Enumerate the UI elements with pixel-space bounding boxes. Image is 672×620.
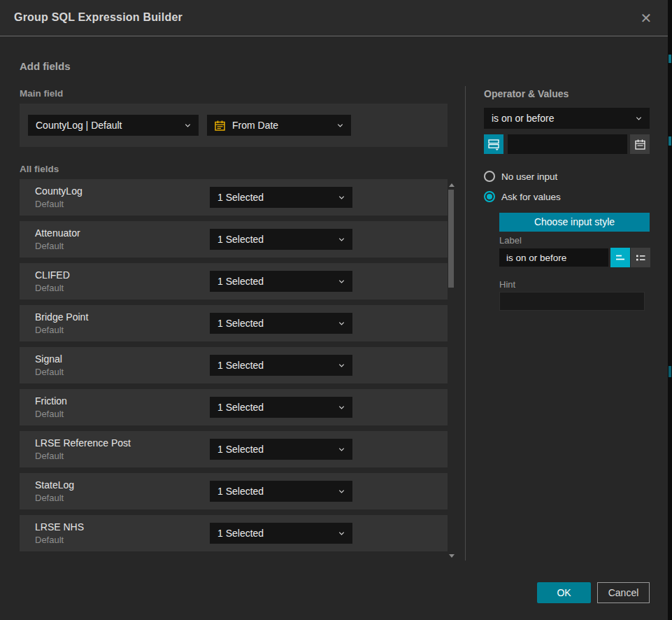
calendar-icon (214, 120, 226, 132)
field-subtitle: Default (35, 241, 64, 251)
scrollbar-up-arrow-icon[interactable] (449, 183, 455, 187)
background-accent-fragment (669, 55, 671, 63)
radio-circle (484, 171, 495, 182)
all-fields-label: All fields (20, 164, 59, 174)
field-name: LRSE NHS (35, 521, 84, 533)
field-subtitle: Default (35, 535, 64, 545)
field-subtitle: Default (35, 451, 64, 461)
field-values-dropdown[interactable]: 1 Selected (210, 271, 352, 292)
field-row: Friction Default 1 Selected (20, 389, 448, 425)
operator-select-value: is on or before (484, 113, 635, 124)
radio-ask-for-values[interactable]: Ask for values (484, 191, 561, 202)
field-name: CountyLog (35, 185, 83, 197)
radio-no-user-input[interactable]: No user input (484, 171, 557, 182)
input-style-list-button[interactable] (631, 248, 650, 267)
align-left-icon (614, 251, 627, 264)
label-field-label: Label (499, 235, 522, 246)
field-row: CountyLog Default 1 Selected (20, 179, 448, 216)
field-values-dropdown-value: 1 Selected (210, 360, 338, 371)
field-values-dropdown-value: 1 Selected (210, 276, 338, 287)
hint-input[interactable] (499, 292, 645, 311)
field-subtitle: Default (35, 325, 64, 335)
field-subtitle: Default (35, 199, 64, 209)
field-values-dropdown-value: 1 Selected (210, 192, 338, 203)
field-row: StateLog Default 1 Selected (20, 473, 448, 509)
operator-select[interactable]: is on or before (484, 108, 650, 129)
radio-circle (484, 191, 495, 202)
layer-select-value: CountyLog | Default (28, 120, 184, 131)
radio-label: No user input (501, 171, 557, 182)
field-subtitle: Default (35, 283, 64, 293)
chevron-down-icon (338, 194, 345, 202)
bulleted-list-icon (634, 251, 647, 264)
field-name: StateLog (35, 479, 74, 491)
field-name: Bridge Point (35, 311, 88, 323)
field-values-dropdown[interactable]: 1 Selected (210, 397, 352, 418)
input-style-text-button[interactable] (610, 248, 630, 267)
field-values-dropdown-value: 1 Selected (210, 402, 338, 413)
field-values-dropdown-value: 1 Selected (210, 318, 338, 329)
operator-values-heading: Operator & Values (484, 88, 569, 99)
field-values-dropdown[interactable]: 1 Selected (210, 229, 352, 250)
background-accent-fragment (669, 136, 671, 146)
field-values-dropdown-value: 1 Selected (210, 528, 338, 539)
field-values-dropdown-value: 1 Selected (210, 234, 338, 245)
chevron-down-icon (635, 115, 643, 122)
add-fields-heading: Add fields (20, 60, 71, 72)
main-field-box: CountyLog | Default From Date (20, 104, 448, 147)
label-input[interactable] (499, 248, 608, 267)
radio-label: Ask for values (501, 192, 561, 202)
chevron-down-icon (338, 236, 345, 244)
value-input[interactable] (508, 134, 627, 154)
hint-field-label: Hint (499, 279, 515, 290)
field-row: LRSE Reference Post Default 1 Selected (20, 431, 448, 467)
field-values-dropdown[interactable]: 1 Selected (210, 481, 352, 502)
date-field-select[interactable]: From Date (207, 115, 351, 136)
date-picker-button[interactable] (630, 134, 650, 154)
stacked-values-icon (487, 138, 500, 150)
field-subtitle: Default (35, 493, 64, 503)
field-values-dropdown[interactable]: 1 Selected (210, 439, 352, 460)
chevron-down-icon (184, 122, 192, 129)
scrollbar-thumb[interactable] (448, 190, 454, 288)
chevron-down-icon (338, 278, 345, 286)
close-icon[interactable]: ✕ (637, 9, 655, 27)
dialog-title: Group SQL Expression Builder (14, 11, 183, 24)
date-field-select-value: From Date (226, 120, 336, 131)
chevron-down-icon (338, 320, 345, 327)
group-sql-expression-builder-dialog: Group SQL Expression Builder ✕ Add field… (0, 0, 672, 620)
field-name: Friction (35, 395, 67, 407)
field-values-dropdown-value: 1 Selected (210, 444, 338, 455)
field-values-dropdown[interactable]: 1 Selected (210, 187, 352, 208)
field-row: LRSE NHS Default 1 Selected (20, 515, 448, 551)
field-subtitle: Default (35, 409, 64, 419)
field-row: Bridge Point Default 1 Selected (20, 305, 448, 341)
chevron-down-icon (338, 488, 345, 495)
chevron-down-icon (338, 362, 345, 369)
choose-input-style-button[interactable]: Choose input style (499, 213, 650, 232)
field-row: Signal Default 1 Selected (20, 347, 448, 383)
chevron-down-icon (338, 530, 345, 537)
layer-select[interactable]: CountyLog | Default (28, 115, 199, 136)
background-accent-fragment (669, 366, 671, 377)
field-values-dropdown-value: 1 Selected (210, 486, 338, 497)
field-values-dropdown[interactable]: 1 Selected (210, 313, 352, 334)
field-row: Attenuator Default 1 Selected (20, 221, 448, 258)
field-values-dropdown[interactable]: 1 Selected (210, 523, 352, 544)
value-source-type-button[interactable] (484, 134, 503, 154)
field-name: CLIFED (35, 269, 70, 281)
main-field-label: Main field (20, 88, 63, 99)
scrollbar-down-arrow-icon[interactable] (449, 554, 455, 558)
field-row: CLIFED Default 1 Selected (20, 263, 448, 300)
panel-divider (465, 86, 466, 561)
chevron-down-icon (336, 122, 344, 129)
ok-button[interactable]: OK (537, 582, 591, 603)
cancel-button[interactable]: Cancel (597, 582, 650, 603)
dialog-titlebar: Group SQL Expression Builder ✕ (0, 0, 668, 36)
all-fields-list: CountyLog Default 1 Selected Attenuator … (20, 179, 448, 557)
field-values-dropdown[interactable]: 1 Selected (210, 355, 352, 376)
calendar-icon (634, 139, 646, 150)
chevron-down-icon (338, 446, 345, 453)
background-page-sliver (668, 0, 672, 620)
field-name: Signal (35, 353, 62, 365)
